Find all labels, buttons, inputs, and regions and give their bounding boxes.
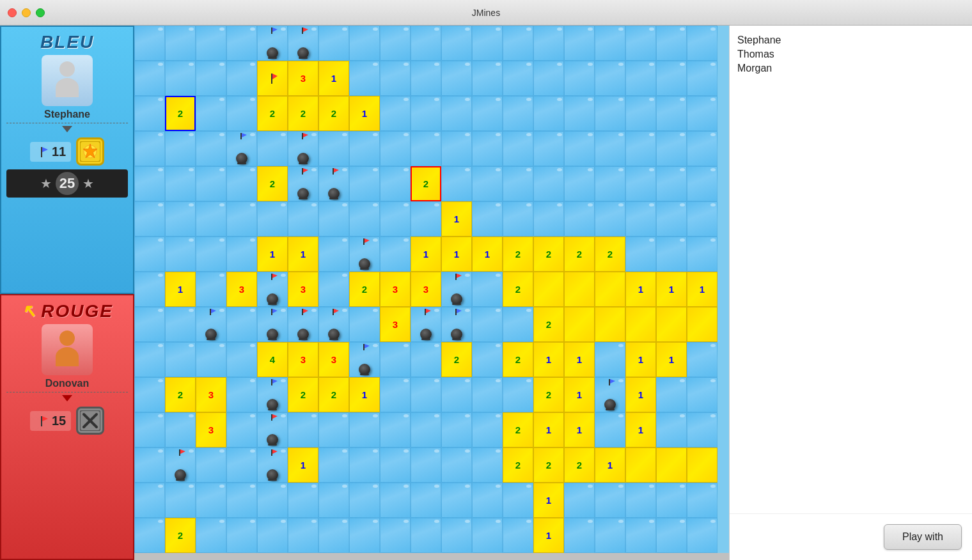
grid-cell[interactable] xyxy=(226,61,257,96)
grid-cell[interactable] xyxy=(226,412,257,447)
grid-cell[interactable]: 1 xyxy=(625,377,656,412)
grid-cell[interactable] xyxy=(226,96,257,131)
grid-cell[interactable]: 3 xyxy=(288,272,318,307)
grid-cell[interactable] xyxy=(196,166,226,201)
grid-cell[interactable] xyxy=(134,272,165,307)
grid-cell[interactable] xyxy=(165,237,196,272)
grid-cell[interactable]: 1 xyxy=(411,237,441,272)
grid-cell[interactable] xyxy=(533,26,564,61)
grid-cell[interactable] xyxy=(318,237,349,272)
grid-cell[interactable] xyxy=(196,447,226,483)
grid-cell[interactable] xyxy=(472,26,503,61)
grid-cell[interactable] xyxy=(380,166,411,201)
grid-cell[interactable]: 1 xyxy=(595,447,625,483)
grid-cell[interactable] xyxy=(441,483,472,518)
grid-cell[interactable] xyxy=(656,447,687,483)
cross-icon[interactable] xyxy=(76,407,104,435)
grid-cell[interactable] xyxy=(380,237,411,272)
grid-cell[interactable] xyxy=(503,307,533,342)
grid-cell[interactable] xyxy=(257,377,288,412)
grid-cell[interactable] xyxy=(503,96,533,131)
grid-cell[interactable] xyxy=(687,447,717,483)
grid-cell[interactable] xyxy=(288,26,318,61)
grid-cell[interactable] xyxy=(625,61,656,96)
grid-cell[interactable] xyxy=(656,307,687,342)
grid-cell[interactable]: 2 xyxy=(165,96,196,131)
play-with-button[interactable]: Play with xyxy=(884,524,962,550)
grid-cell[interactable] xyxy=(134,412,165,447)
grid-cell[interactable]: 3 xyxy=(288,61,318,96)
grid-cell[interactable] xyxy=(441,307,472,342)
red-dropdown-arrow[interactable] xyxy=(62,395,72,401)
grid-cell[interactable] xyxy=(687,342,717,377)
grid-cell[interactable] xyxy=(564,307,595,342)
grid-cell[interactable] xyxy=(472,518,503,553)
grid-cell[interactable] xyxy=(472,131,503,166)
grid-cell[interactable] xyxy=(656,96,687,131)
grid-cell[interactable]: 3 xyxy=(226,272,257,307)
grid-cell[interactable]: 1 xyxy=(533,483,564,518)
grid-cell[interactable]: 2 xyxy=(349,272,380,307)
grid-cell[interactable] xyxy=(533,272,564,307)
grid-cell[interactable]: 3 xyxy=(380,272,411,307)
grid-cell[interactable] xyxy=(257,307,288,342)
player-list-item-thomas[interactable]: Thomas xyxy=(737,47,964,61)
grid-cell[interactable]: 3 xyxy=(380,307,411,342)
grid-cell[interactable] xyxy=(411,377,441,412)
grid-cell[interactable] xyxy=(625,483,656,518)
grid-cell[interactable] xyxy=(165,26,196,61)
grid-cell[interactable]: 2 xyxy=(411,166,441,201)
grid-cell[interactable] xyxy=(134,377,165,412)
grid-cell[interactable]: 1 xyxy=(656,272,687,307)
grid-cell[interactable] xyxy=(196,518,226,553)
grid-cell[interactable] xyxy=(441,26,472,61)
grid-cell[interactable] xyxy=(196,342,226,377)
grid-cell[interactable]: 3 xyxy=(196,412,226,447)
grid-cell[interactable] xyxy=(656,26,687,61)
grid-cell[interactable] xyxy=(625,26,656,61)
grid-cell[interactable] xyxy=(441,412,472,447)
grid-cell[interactable] xyxy=(625,307,656,342)
close-button[interactable] xyxy=(8,8,17,17)
grid-cell[interactable] xyxy=(226,131,257,166)
grid-cell[interactable] xyxy=(687,307,717,342)
grid-cell[interactable] xyxy=(625,237,656,272)
grid-cell[interactable]: 1 xyxy=(656,342,687,377)
grid-cell[interactable] xyxy=(196,307,226,342)
grid-cell[interactable] xyxy=(411,307,441,342)
grid-cell[interactable] xyxy=(134,307,165,342)
grid-cell[interactable] xyxy=(595,131,625,166)
grid-cell[interactable] xyxy=(564,518,595,553)
grid-cell[interactable]: 2 xyxy=(533,307,564,342)
grid-cell[interactable] xyxy=(257,412,288,447)
grid-cell[interactable] xyxy=(441,447,472,483)
grid-cell[interactable]: 2 xyxy=(533,377,564,412)
grid-cell[interactable] xyxy=(226,307,257,342)
grid-cell[interactable] xyxy=(472,412,503,447)
grid-cell[interactable] xyxy=(656,131,687,166)
grid-cell[interactable] xyxy=(656,377,687,412)
grid-cell[interactable] xyxy=(472,447,503,483)
grid-cell[interactable] xyxy=(196,201,226,237)
grid-cell[interactable] xyxy=(564,61,595,96)
grid-cell[interactable] xyxy=(318,447,349,483)
grid-cell[interactable] xyxy=(687,26,717,61)
grid-cell[interactable] xyxy=(441,518,472,553)
grid-cell[interactable] xyxy=(411,61,441,96)
grid-cell[interactable] xyxy=(472,166,503,201)
grid-cell[interactable] xyxy=(595,377,625,412)
grid-cell[interactable]: 1 xyxy=(441,237,472,272)
grid-cell[interactable] xyxy=(503,131,533,166)
grid-cell[interactable] xyxy=(503,61,533,96)
grid-cell[interactable] xyxy=(288,518,318,553)
grid-cell[interactable] xyxy=(595,307,625,342)
grid-cell[interactable] xyxy=(226,518,257,553)
grid-cell[interactable]: 2 xyxy=(503,412,533,447)
grid-cell[interactable] xyxy=(349,166,380,201)
grid-cell[interactable] xyxy=(226,26,257,61)
grid-cell[interactable] xyxy=(257,131,288,166)
grid-cell[interactable] xyxy=(380,377,411,412)
grid-cell[interactable] xyxy=(257,483,288,518)
grid-cell[interactable] xyxy=(288,201,318,237)
grid-cell[interactable]: 1 xyxy=(318,61,349,96)
